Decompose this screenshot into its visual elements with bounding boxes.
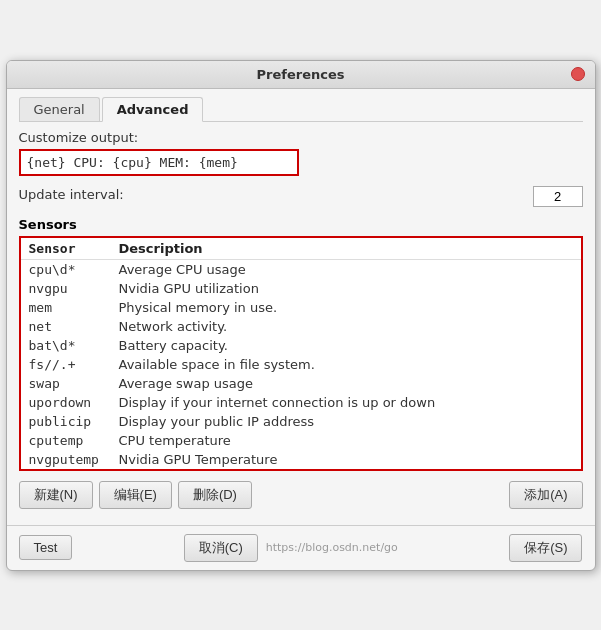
test-button[interactable]: Test — [19, 535, 73, 560]
footer: Test 取消(C) https://blog.osdn.net/go 保存(S… — [7, 525, 595, 570]
tab-general[interactable]: General — [19, 97, 100, 121]
customize-output-label: Customize output: — [19, 130, 583, 145]
description-cell: Display your public IP address — [111, 412, 581, 431]
sensor-cell: swap — [21, 374, 111, 393]
update-interval-label: Update interval: — [19, 187, 124, 202]
titlebar: Preferences — [7, 61, 595, 89]
sensor-cell: bat\d* — [21, 336, 111, 355]
sensor-cell: cputemp — [21, 431, 111, 450]
description-cell: Available space in file system. — [111, 355, 581, 374]
col-header-sensor: Sensor — [21, 238, 111, 260]
sensor-cell: upordown — [21, 393, 111, 412]
table-row[interactable]: publicipDisplay your public IP address — [21, 412, 581, 431]
main-content: General Advanced Customize output: {net}… — [7, 89, 595, 525]
table-header-row: Sensor Description — [21, 238, 581, 260]
sensor-cell: nvgpu — [21, 279, 111, 298]
window-title: Preferences — [257, 67, 345, 82]
description-cell: Display if your internet connection is u… — [111, 393, 581, 412]
customize-output-input[interactable]: {net} CPU: {cpu} MEM: {mem} — [19, 149, 299, 176]
sensors-section-label: Sensors — [19, 217, 583, 232]
update-interval-row: Update interval: — [19, 186, 583, 207]
bottom-buttons-left: 新建(N) 编辑(E) 删除(D) — [19, 481, 252, 509]
tab-advanced[interactable]: Advanced — [102, 97, 204, 122]
sensor-cell: net — [21, 317, 111, 336]
sensor-cell: fs//.+ — [21, 355, 111, 374]
table-row[interactable]: memPhysical memory in use. — [21, 298, 581, 317]
bottom-buttons: 新建(N) 编辑(E) 删除(D) 添加(A) — [19, 481, 583, 509]
sensor-cell: nvgputemp — [21, 450, 111, 469]
table-row[interactable]: nvgpuNvidia GPU utilization — [21, 279, 581, 298]
delete-button[interactable]: 删除(D) — [178, 481, 252, 509]
description-cell: Physical memory in use. — [111, 298, 581, 317]
description-cell: Average swap usage — [111, 374, 581, 393]
update-interval-input[interactable] — [533, 186, 583, 207]
description-cell: Network activity. — [111, 317, 581, 336]
description-cell: Battery capacity. — [111, 336, 581, 355]
table-row[interactable]: cpu\d*Average CPU usage — [21, 259, 581, 279]
sensors-table-wrapper: Sensor Description cpu\d*Average CPU usa… — [19, 236, 583, 471]
tab-bar: General Advanced — [19, 97, 583, 122]
url-hint: https://blog.osdn.net/go — [266, 541, 398, 554]
close-button[interactable] — [571, 67, 585, 81]
sensor-cell: publicip — [21, 412, 111, 431]
col-header-description: Description — [111, 238, 581, 260]
table-row[interactable]: cputempCPU temperature — [21, 431, 581, 450]
table-row[interactable]: bat\d*Battery capacity. — [21, 336, 581, 355]
add-button[interactable]: 添加(A) — [509, 481, 582, 509]
sensor-cell: cpu\d* — [21, 259, 111, 279]
sensors-table: Sensor Description cpu\d*Average CPU usa… — [21, 238, 581, 469]
cancel-button[interactable]: 取消(C) — [184, 534, 258, 562]
description-cell: Nvidia GPU utilization — [111, 279, 581, 298]
description-cell: CPU temperature — [111, 431, 581, 450]
table-row[interactable]: swapAverage swap usage — [21, 374, 581, 393]
table-row[interactable]: netNetwork activity. — [21, 317, 581, 336]
description-cell: Nvidia GPU Temperature — [111, 450, 581, 469]
table-row[interactable]: upordownDisplay if your internet connect… — [21, 393, 581, 412]
sensor-cell: mem — [21, 298, 111, 317]
description-cell: Average CPU usage — [111, 259, 581, 279]
table-row[interactable]: nvgputempNvidia GPU Temperature — [21, 450, 581, 469]
new-button[interactable]: 新建(N) — [19, 481, 93, 509]
footer-center: 取消(C) https://blog.osdn.net/go — [184, 534, 398, 562]
save-button[interactable]: 保存(S) — [509, 534, 582, 562]
table-row[interactable]: fs//.+Available space in file system. — [21, 355, 581, 374]
edit-button[interactable]: 编辑(E) — [99, 481, 172, 509]
preferences-window: Preferences General Advanced Customize o… — [6, 60, 596, 571]
